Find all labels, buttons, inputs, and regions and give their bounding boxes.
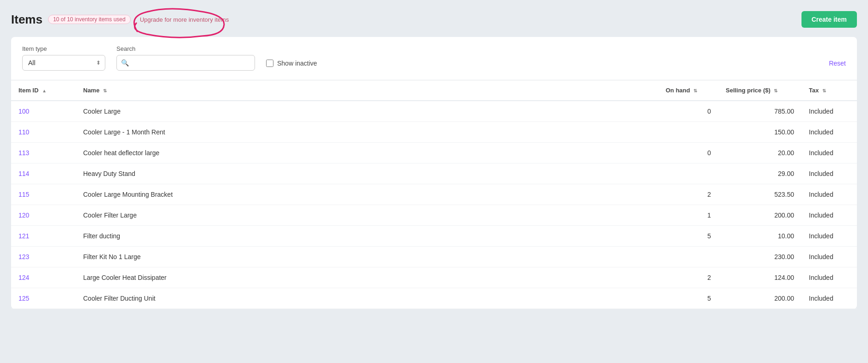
cell-name: Cooler Large Mounting Bracket bbox=[76, 184, 658, 205]
cell-selling-price: 230.00 bbox=[718, 247, 801, 267]
cell-selling-price: 20.00 bbox=[718, 143, 801, 163]
item-id-link[interactable]: 123 bbox=[18, 253, 29, 260]
table-row: 110Cooler Large - 1 Month Rent150.00Incl… bbox=[11, 122, 857, 143]
upgrade-link[interactable]: Upgrade for more inventory items bbox=[136, 14, 233, 25]
cell-item-id: 124 bbox=[11, 267, 76, 288]
items-table-card: Item ID ▲ Name ⇅ On hand ⇅ Selling price… bbox=[11, 80, 857, 309]
selling-price-sort-icon: ⇅ bbox=[774, 88, 777, 93]
cell-name: Heavy Duty Stand bbox=[76, 163, 658, 184]
cell-tax: Included bbox=[801, 184, 857, 205]
cell-tax: Included bbox=[801, 101, 857, 122]
page-container: Items 10 of 10 inventory items used Upgr… bbox=[0, 0, 868, 309]
item-id-link[interactable]: 125 bbox=[18, 295, 29, 302]
cell-on-hand: 2 bbox=[658, 267, 718, 288]
item-id-link[interactable]: 121 bbox=[18, 232, 29, 240]
col-header-item-id[interactable]: Item ID ▲ bbox=[11, 80, 76, 101]
item-type-select-wrapper: All Inventory Service Non-inventory ⬍ bbox=[22, 55, 105, 71]
table-header-row: Item ID ▲ Name ⇅ On hand ⇅ Selling price… bbox=[11, 80, 857, 101]
show-inactive-checkbox[interactable] bbox=[266, 60, 273, 67]
cell-name: Cooler heat deflector large bbox=[76, 143, 658, 163]
page-title: Items bbox=[11, 12, 42, 27]
reset-button[interactable]: Reset bbox=[829, 60, 846, 71]
cell-tax: Included bbox=[801, 226, 857, 247]
table-row: 113Cooler heat deflector large020.00Incl… bbox=[11, 143, 857, 163]
search-wrapper: 🔍 bbox=[116, 55, 255, 71]
item-id-link[interactable]: 114 bbox=[18, 170, 29, 177]
cell-item-id: 121 bbox=[11, 226, 76, 247]
table-row: 115Cooler Large Mounting Bracket2523.50I… bbox=[11, 184, 857, 205]
item-id-link[interactable]: 113 bbox=[18, 149, 29, 157]
cell-selling-price: 150.00 bbox=[718, 122, 801, 143]
cell-selling-price: 200.00 bbox=[718, 205, 801, 226]
item-id-sort-icon: ▲ bbox=[42, 88, 47, 93]
cell-on-hand bbox=[658, 247, 718, 267]
cell-on-hand: 0 bbox=[658, 143, 718, 163]
table-row: 123Filter Kit No 1 Large230.00Included bbox=[11, 247, 857, 267]
item-type-filter-group: Item type All Inventory Service Non-inve… bbox=[22, 45, 105, 71]
col-header-on-hand[interactable]: On hand ⇅ bbox=[658, 80, 718, 101]
cell-item-id: 115 bbox=[11, 184, 76, 205]
on-hand-sort-icon: ⇅ bbox=[693, 88, 697, 93]
table-row: 125Cooler Filter Ducting Unit5200.00Incl… bbox=[11, 288, 857, 309]
cell-item-id: 110 bbox=[11, 122, 76, 143]
col-header-name-label: Name bbox=[83, 87, 99, 94]
table-row: 100Cooler Large0785.00Included bbox=[11, 101, 857, 122]
item-type-label: Item type bbox=[22, 45, 105, 52]
cell-tax: Included bbox=[801, 288, 857, 309]
header-left: Items 10 of 10 inventory items used Upgr… bbox=[11, 12, 233, 27]
cell-item-id: 120 bbox=[11, 205, 76, 226]
cell-on-hand bbox=[658, 163, 718, 184]
cell-on-hand: 1 bbox=[658, 205, 718, 226]
cell-tax: Included bbox=[801, 143, 857, 163]
item-id-link[interactable]: 115 bbox=[18, 191, 29, 198]
table-row: 120Cooler Filter Large1200.00Included bbox=[11, 205, 857, 226]
cell-item-id: 114 bbox=[11, 163, 76, 184]
inventory-usage-badge: 10 of 10 inventory items used bbox=[48, 15, 131, 24]
col-header-on-hand-label: On hand bbox=[666, 87, 690, 94]
cell-item-id: 113 bbox=[11, 143, 76, 163]
name-sort-icon: ⇅ bbox=[103, 88, 107, 93]
create-item-button[interactable]: Create item bbox=[801, 11, 857, 28]
cell-selling-price: 200.00 bbox=[718, 288, 801, 309]
header-row: Items 10 of 10 inventory items used Upgr… bbox=[11, 11, 857, 28]
items-table: Item ID ▲ Name ⇅ On hand ⇅ Selling price… bbox=[11, 80, 857, 309]
cell-on-hand bbox=[658, 122, 718, 143]
tax-sort-icon: ⇅ bbox=[822, 88, 826, 93]
filter-row: Item type All Inventory Service Non-inve… bbox=[22, 45, 846, 71]
cell-on-hand: 5 bbox=[658, 226, 718, 247]
table-row: 124Large Cooler Heat Dissipater2124.00In… bbox=[11, 267, 857, 288]
col-header-name[interactable]: Name ⇅ bbox=[76, 80, 658, 101]
col-header-selling-price-label: Selling price ($) bbox=[726, 87, 771, 94]
cell-name: Cooler Large - 1 Month Rent bbox=[76, 122, 658, 143]
col-header-item-id-label: Item ID bbox=[18, 87, 38, 94]
cell-tax: Included bbox=[801, 247, 857, 267]
cell-item-id: 123 bbox=[11, 247, 76, 267]
col-header-selling-price[interactable]: Selling price ($) ⇅ bbox=[718, 80, 801, 101]
table-row: 121Filter ducting510.00Included bbox=[11, 226, 857, 247]
item-id-link[interactable]: 110 bbox=[18, 128, 29, 136]
table-header: Item ID ▲ Name ⇅ On hand ⇅ Selling price… bbox=[11, 80, 857, 101]
cell-name: Large Cooler Heat Dissipater bbox=[76, 267, 658, 288]
filter-card: Item type All Inventory Service Non-inve… bbox=[11, 37, 857, 80]
cell-name: Cooler Filter Large bbox=[76, 205, 658, 226]
item-type-select[interactable]: All Inventory Service Non-inventory bbox=[22, 55, 105, 71]
item-id-link[interactable]: 100 bbox=[18, 108, 29, 115]
col-header-tax-label: Tax bbox=[809, 87, 819, 94]
search-input[interactable] bbox=[116, 55, 255, 71]
cell-item-id: 125 bbox=[11, 288, 76, 309]
cell-selling-price: 29.00 bbox=[718, 163, 801, 184]
cell-tax: Included bbox=[801, 122, 857, 143]
cell-name: Filter Kit No 1 Large bbox=[76, 247, 658, 267]
cell-tax: Included bbox=[801, 267, 857, 288]
cell-on-hand: 5 bbox=[658, 288, 718, 309]
table-body: 100Cooler Large0785.00Included110Cooler … bbox=[11, 101, 857, 309]
item-id-link[interactable]: 124 bbox=[18, 274, 29, 281]
cell-name: Cooler Large bbox=[76, 101, 658, 122]
show-inactive-group: Show inactive bbox=[266, 60, 317, 71]
cell-selling-price: 10.00 bbox=[718, 226, 801, 247]
cell-on-hand: 0 bbox=[658, 101, 718, 122]
show-inactive-label[interactable]: Show inactive bbox=[277, 60, 317, 67]
item-id-link[interactable]: 120 bbox=[18, 212, 29, 219]
cell-on-hand: 2 bbox=[658, 184, 718, 205]
col-header-tax[interactable]: Tax ⇅ bbox=[801, 80, 857, 101]
